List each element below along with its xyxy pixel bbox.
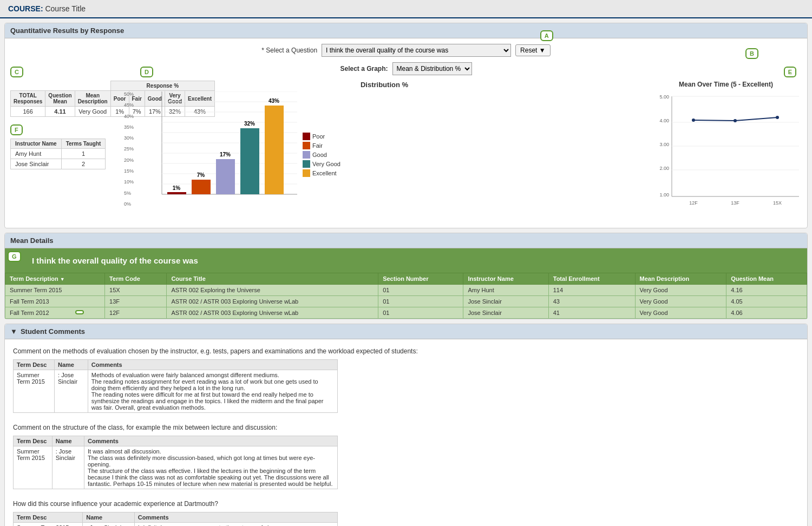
y-axis: 50% 45% 40% 35% 30% 25% 20% 15% 10% 5% 0… (124, 91, 134, 207)
svg-text:2.00: 2.00 (659, 166, 669, 171)
legend-verygood: Very Good (303, 160, 340, 168)
annotation-b: B (745, 48, 758, 59)
page-header: COURSE: Course Title (0, 0, 812, 18)
mean-details-table: Term Description ▼ Term Code Course Titl… (5, 273, 807, 319)
chart-with-legend: 50% 45% 40% 35% 30% 25% 20% 15% 10% 5% 0… (124, 91, 645, 218)
comment-table-3: Term Desc Name Comments Summer Term 2015… (13, 512, 338, 526)
comment-question-2: Comment on the structure of the class, f… (13, 424, 799, 431)
svg-text:4.00: 4.00 (659, 118, 669, 123)
table-row: Summer Term 2015 : Jose Sinclair Methods… (14, 370, 338, 413)
bar-verygood (240, 128, 259, 194)
course-label: COURSE: (8, 4, 43, 13)
svg-text:5.00: 5.00 (659, 94, 669, 100)
bar-poor (167, 192, 186, 194)
legend-good: Good (303, 151, 340, 159)
mean-details-header: Mean Details (5, 233, 807, 248)
comment-section-2: Comment on the structure of the class, f… (13, 424, 799, 489)
annotation-d: D (140, 67, 153, 77)
legend-poor: Poor (303, 133, 340, 140)
x-label-13f: 13F (731, 200, 739, 206)
bar-label-good: 17% (220, 152, 231, 157)
table-row: Jose Sinclair 2 (11, 159, 106, 169)
table-row: Summer Term 2015 : Jose Sinclair It was … (14, 446, 338, 489)
line-chart-title: Mean Over Time (5 - Excellent) (650, 81, 802, 88)
student-comments-section: ▼ Student Comments Comment on the method… (4, 324, 808, 526)
bar-fair (192, 180, 211, 194)
annotation-h (75, 310, 84, 314)
svg-point-25 (776, 116, 779, 119)
bar-label-poor: 1% (173, 185, 181, 191)
comment-table-1: Term Desc Name Comments Summer Term 2015… (13, 359, 338, 413)
question-select-row: * Select a Question I think the overall … (10, 44, 802, 57)
annotation-f: F (10, 124, 23, 135)
svg-point-24 (734, 119, 737, 122)
bar-good (216, 159, 235, 194)
bar-chart-wrapper: 50% 45% 40% 35% 30% 25% 20% 15% 10% 5% 0… (124, 91, 297, 218)
instructor-table: Instructor Name Terms Taught Amy Hunt 1 … (10, 139, 106, 169)
comments-header[interactable]: ▼ Student Comments (5, 324, 807, 339)
annotation-g: G (8, 251, 21, 262)
mean-details-body: G I think the overall quality of the cou… (5, 248, 807, 319)
table-row: Fall Term 2013 13F ASTR 002 / ASTR 003 E… (5, 296, 807, 307)
mean-details-section: Mean Details G I think the overall quali… (4, 233, 808, 319)
comment-section-1: Comment on the methods of evaluation cho… (13, 347, 799, 413)
quant-section-header: Quantitative Results by Response (5, 23, 807, 38)
graph-select-label: Select a Graph: (340, 65, 388, 73)
comment-question-3: How did this course influence your acade… (13, 500, 799, 508)
comments-body: Comment on the methods of evaluation cho… (5, 339, 807, 526)
quant-section: Quantitative Results by Response * Selec… (4, 23, 808, 228)
annotation-e: E (784, 67, 796, 77)
svg-text:3.00: 3.00 (659, 142, 669, 147)
legend-excellent: Excellent (303, 169, 340, 177)
x-label-15x: 15X (773, 200, 782, 206)
mean-table-area: Term Description ▼ Term Code Course Titl… (5, 273, 807, 319)
question-banner: G I think the overall quality of the cou… (5, 248, 807, 273)
svg-point-23 (692, 119, 695, 122)
bar-chart-svg: 1% 7% 17% 32% 43% (146, 91, 297, 216)
svg-text:1.00: 1.00 (659, 192, 669, 198)
graph-select[interactable]: Mean & Distribution % (392, 62, 472, 75)
bar-label-excellent: 43% (269, 98, 279, 104)
bar-excellent (265, 106, 284, 194)
course-title: Course Title (45, 4, 86, 13)
quant-main-area: C Response % TOTAL Responses Question Me… (10, 81, 802, 222)
chart-legend: Poor Fair Good Very Good (303, 133, 340, 177)
comment-table-2: Term Desc Name Comments Summer Term 2015… (13, 436, 338, 489)
bar-chart-title: Distribution % (124, 81, 645, 89)
quant-section-body: * Select a Question I think the overall … (5, 38, 807, 228)
line-chart-svg: 5.00 4.00 3.00 2.00 1.00 1 (650, 91, 802, 221)
bar-label-fair: 7% (197, 172, 205, 178)
stats-area: C Response % TOTAL Responses Question Me… (10, 81, 119, 169)
instructor-area: F Instructor Name Terms Taught Amy Hunt … (10, 139, 119, 169)
table-row: Fall Term 2012 12F ASTR 002 / ASTR 003 E… (5, 307, 807, 319)
question-select[interactable]: I think the overall quality of the cours… (322, 44, 511, 57)
question-select-label: * Select a Question (261, 47, 317, 54)
bar-label-verygood: 32% (244, 121, 255, 127)
annotation-a: A (540, 30, 553, 41)
line-chart-area: E Mean Over Time (5 - Excellent) 5.00 4.… (650, 81, 802, 222)
table-row: Summer Term 2015 : Jose Sinclair I defin… (14, 523, 338, 527)
bar-chart-area: D Distribution % 50% 45% 40% 35% 30% 25%… (124, 81, 645, 218)
annotation-c: C (10, 67, 23, 77)
reset-button[interactable]: Reset ▼ (515, 44, 551, 56)
table-row: Amy Hunt 1 (11, 149, 106, 159)
table-row: Summer Term 2015 15X ASTR 002 Exploring … (5, 285, 807, 296)
x-label-12f: 12F (689, 200, 698, 206)
graph-select-row: Select a Graph: Mean & Distribution % B (10, 62, 802, 75)
comment-question-1: Comment on the methods of evaluation cho… (13, 347, 799, 355)
legend-fair: Fair (303, 142, 340, 149)
comment-section-3: How did this course influence your acade… (13, 500, 799, 526)
